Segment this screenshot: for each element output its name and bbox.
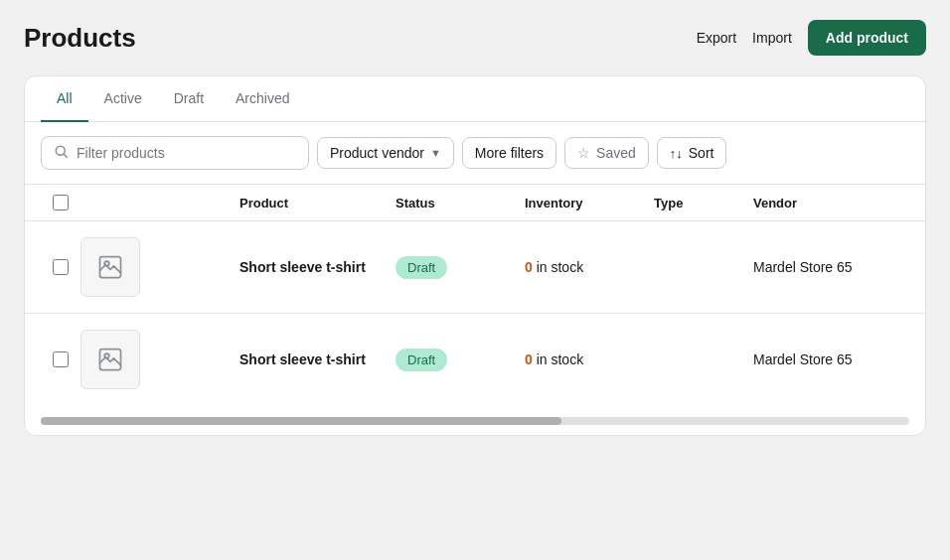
products-card: All Active Draft Archived Product vendor… [24,75,926,436]
row-checkbox-1[interactable] [53,259,69,275]
product-name-1[interactable]: Short sleeve t-shirt [239,259,396,275]
more-filters-button[interactable]: More filters [462,137,556,169]
horizontal-scrollbar[interactable] [41,417,909,425]
inventory-label-1: in stock [537,259,583,275]
saved-label: Saved [596,145,636,161]
product-image-1 [80,237,140,297]
export-button[interactable]: Export [697,30,736,46]
add-product-button[interactable]: Add product [808,20,926,56]
inventory-zero-2: 0 [525,351,533,367]
inventory-cell-2: 0 in stock [525,351,654,367]
sort-button[interactable]: ↑↓ Sort [657,137,727,169]
tabs-container: All Active Draft Archived [25,76,925,122]
tab-archived[interactable]: Archived [220,76,305,122]
select-all-cell[interactable] [41,195,80,210]
inventory-label-2: in stock [537,351,583,367]
vendor-cell-2: Mardel Store 65 [753,351,909,367]
row-checkbox-cell-1[interactable] [41,259,80,275]
inventory-zero-1: 0 [525,259,533,275]
product-vendor-filter[interactable]: Product vendor ▼ [317,137,454,169]
product-name-2[interactable]: Short sleeve t-shirt [239,351,396,367]
search-wrapper [41,136,309,170]
svg-line-1 [64,154,67,157]
scrollbar-thumb[interactable] [41,417,561,425]
type-label: Type [654,196,753,210]
product-vendor-label: Product vendor [330,145,424,161]
tab-all[interactable]: All [41,76,88,122]
filters-row: Product vendor ▼ More filters ☆ Saved ↑↓… [25,122,925,185]
search-input[interactable] [77,145,296,161]
page-header: Products Export Import Add product [24,20,926,56]
page-title: Products [24,23,136,54]
import-button[interactable]: Import [752,30,792,46]
row-checkbox-cell-2[interactable] [41,351,80,367]
tab-draft[interactable]: Draft [158,76,220,122]
product-label: Product [239,196,396,210]
table-row: Short sleeve t-shirt Draft 0 in stock Ma… [25,221,925,314]
chevron-down-icon: ▼ [430,147,441,159]
star-icon: ☆ [577,145,590,161]
row-checkbox-2[interactable] [53,351,69,367]
table-row: Short sleeve t-shirt Draft 0 in stock Ma… [25,314,925,405]
search-icon [54,144,69,162]
tab-active[interactable]: Active [88,76,158,122]
header-actions: Export Import Add product [697,20,926,56]
product-image-2 [80,330,140,389]
inventory-label: Inventory [525,196,654,210]
inventory-cell-1: 0 in stock [525,259,654,275]
status-badge-2: Draft [396,349,447,371]
status-badge-1: Draft [396,256,447,279]
vendor-cell-1: Mardel Store 65 [753,259,909,275]
sort-arrows-icon: ↑↓ [670,146,683,161]
saved-button[interactable]: ☆ Saved [564,137,649,169]
sort-label: Sort [689,145,714,161]
vendor-label: Vendor [753,196,909,210]
status-cell-2: Draft [396,349,525,371]
table-body: Short sleeve t-shirt Draft 0 in stock Ma… [25,221,925,405]
table-header: Product Status Inventory Type Vendor [25,185,925,221]
scrollbar-container [25,405,925,435]
status-cell-1: Draft [396,256,525,279]
select-all-checkbox[interactable] [53,195,69,210]
status-label: Status [396,196,525,210]
